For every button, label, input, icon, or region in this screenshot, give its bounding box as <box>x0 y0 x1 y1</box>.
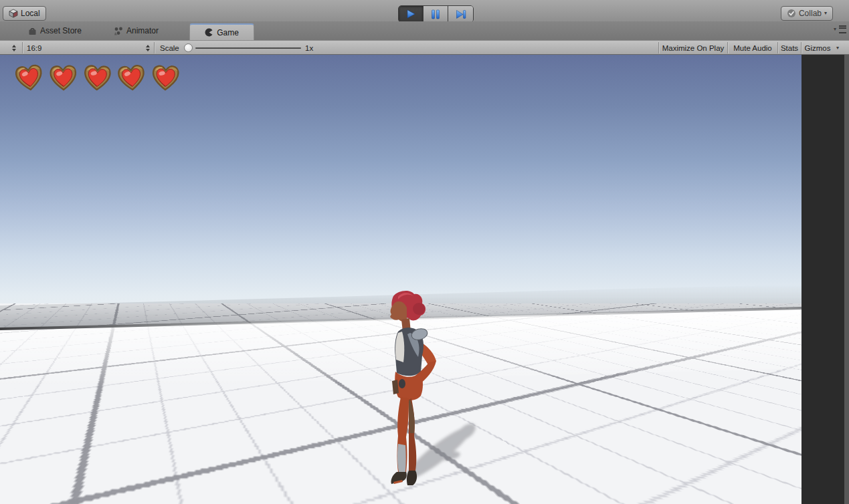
scale-slider-track[interactable] <box>195 47 301 49</box>
game-view-toolbar: 16:9 Scale 1x Maximize On Play Mute Audi… <box>0 40 849 55</box>
tab-animator[interactable]: Animator <box>114 21 159 40</box>
game-icon <box>205 28 213 37</box>
animator-icon <box>114 27 123 35</box>
window-menu: ▾ <box>834 25 846 33</box>
step-button[interactable] <box>448 6 473 22</box>
asset-store-icon <box>28 27 37 35</box>
hearts-row <box>13 63 181 92</box>
collab-button[interactable]: Collab ▾ <box>781 6 833 21</box>
check-circle-icon <box>787 9 796 18</box>
letterbox-panel <box>801 55 844 504</box>
heart-icon <box>82 63 113 92</box>
scale-value: 1x <box>305 41 313 55</box>
heart-icon <box>116 63 147 92</box>
scale-label: Scale <box>160 41 179 55</box>
play-icon <box>405 9 416 19</box>
window-edge-strip <box>844 55 849 504</box>
maximize-on-play-button[interactable]: Maximize On Play <box>660 41 727 55</box>
updown-arrows-icon <box>146 45 150 51</box>
heart-icon <box>13 63 45 92</box>
cube-icon <box>9 9 18 18</box>
playback-controls <box>398 5 474 23</box>
unity-editor-window: Local <box>0 0 849 504</box>
tab-game[interactable]: Game <box>189 23 254 40</box>
step-forward-icon <box>456 9 466 19</box>
updown-arrows-icon <box>12 45 16 51</box>
stats-button[interactable]: Stats <box>779 41 800 55</box>
tab-asset-store[interactable]: Asset Store <box>28 21 82 40</box>
gizmos-button[interactable]: Gizmos <box>802 41 833 55</box>
menu-icon[interactable] <box>839 25 846 33</box>
collab-local-button[interactable]: Local <box>3 6 46 21</box>
ground-grid <box>0 303 801 504</box>
scale-slider-handle[interactable] <box>184 43 193 52</box>
tab-label: Game <box>217 28 239 37</box>
pause-button[interactable] <box>423 6 448 22</box>
mute-audio-button[interactable]: Mute Audio <box>729 41 777 55</box>
tab-strip: Asset Store Animator Game ▾ <box>0 21 849 40</box>
main-toolbar: Local <box>0 0 849 22</box>
aspect-ratio-value: 16:9 <box>27 44 41 52</box>
collab-button-label: Collab <box>799 9 822 18</box>
aspect-dropdown-arrows[interactable] <box>146 41 150 55</box>
tab-label: Asset Store <box>40 26 82 35</box>
sky-gradient <box>0 55 801 336</box>
tab-label: Animator <box>126 26 159 35</box>
aspect-ratio-dropdown[interactable]: 16:9 <box>27 41 41 55</box>
heart-icon <box>48 63 79 92</box>
collab-caret-icon: ▾ <box>824 11 827 16</box>
display-dropdown[interactable] <box>12 41 16 55</box>
pause-icon <box>431 9 440 19</box>
heart-icon <box>150 63 181 92</box>
gizmos-caret-icon[interactable]: ▾ <box>833 41 842 55</box>
game-viewport[interactable] <box>0 55 801 504</box>
play-button[interactable] <box>399 6 423 22</box>
window-menu-caret-icon[interactable]: ▾ <box>834 27 836 32</box>
local-button-label: Local <box>21 9 40 18</box>
